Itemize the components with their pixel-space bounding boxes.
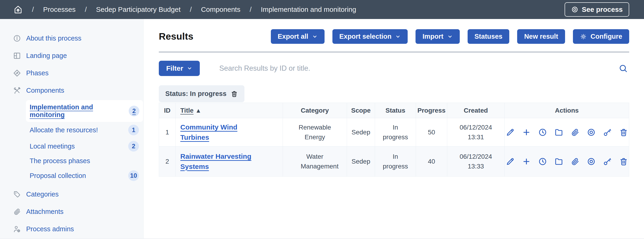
breadcrumb: / Processes / Sedep Participatory Budget… (14, 5, 356, 14)
home-icon (14, 5, 23, 14)
layout-icon (13, 52, 21, 60)
sidebar-item-phases[interactable]: Phases (0, 64, 143, 82)
header-status: Status (375, 103, 416, 118)
cell-category: Water Management (283, 146, 347, 177)
results-panel: Results Export all Export selection Impo… (144, 19, 644, 238)
filter-label: Filter (166, 64, 183, 72)
breadcrumb-item-components[interactable]: Components (201, 6, 240, 14)
new-result-button[interactable]: New result (517, 29, 565, 44)
chevron-down-icon (187, 66, 192, 71)
count-badge: 1 (128, 125, 139, 135)
preview-icon[interactable] (586, 157, 596, 166)
cell-status: In progress (375, 146, 416, 177)
header-progress: Progress (416, 103, 447, 118)
filter-button[interactable]: Filter (159, 61, 200, 76)
paperclip-icon (13, 208, 21, 216)
search-input[interactable] (219, 64, 617, 73)
result-title-link[interactable]: Community Wind Turbines (180, 122, 266, 142)
import-button[interactable]: Import (416, 29, 460, 44)
sidebar-item-attachments[interactable]: Attachments (0, 203, 143, 220)
sidebar-item-label: Attachments (26, 208, 64, 215)
status-filter-chip: Status: In progress (159, 85, 244, 102)
search-icon (618, 64, 628, 73)
configure-button[interactable]: Configure (573, 29, 629, 44)
search-submit-button[interactable] (617, 64, 629, 73)
sidebar-item-label: Process admins (26, 225, 74, 233)
page-title: Results (159, 31, 194, 42)
breadcrumb-separator: / (190, 6, 192, 14)
folder-icon[interactable] (554, 128, 564, 137)
add-icon[interactable] (522, 128, 531, 137)
result-title-link[interactable]: Rainwater Harvesting Systems (180, 151, 266, 171)
cell-category: Renewable Energy (283, 118, 347, 146)
sort-by-title-link[interactable]: Title (180, 107, 194, 114)
cell-status: In progress (375, 118, 416, 146)
breadcrumb-separator: / (32, 6, 34, 14)
sidebar-subitem-implementation-and-monitoring[interactable]: Implementation and monitoring 2 (26, 100, 143, 122)
sidebar-item-process-admins[interactable]: Process admins (0, 220, 143, 238)
breadcrumb-item-processes[interactable]: Processes (43, 6, 76, 14)
count-badge: 2 (128, 141, 139, 152)
edit-icon[interactable] (506, 128, 515, 137)
configure-label: Configure (590, 33, 622, 40)
table-row: 1 Community Wind Turbines Renewable Ener… (159, 118, 629, 146)
sidebar-subitem-label: Local meetings (30, 142, 75, 150)
sidebar-subitem-label: Implementation and monitoring (30, 103, 129, 119)
edit-icon[interactable] (506, 157, 515, 166)
sidebar-subitem-the-process-phases[interactable]: The process phases (30, 154, 142, 167)
permissions-key-icon[interactable] (603, 128, 612, 137)
home-link[interactable] (14, 5, 23, 14)
sidebar-subitem-allocate-the-resources[interactable]: Allocate the resources! 1 (30, 122, 142, 138)
sort-ascending-icon: ▲ (196, 107, 202, 114)
import-label: Import (422, 33, 443, 40)
folder-icon[interactable] (554, 157, 564, 166)
sidebar-item-components[interactable]: Components (0, 82, 143, 99)
attachments-paperclip-icon[interactable] (570, 157, 580, 166)
delete-trash-icon[interactable] (619, 157, 628, 166)
breadcrumb-separator: / (250, 6, 252, 14)
sidebar-subitem-proposal-collection[interactable]: Proposal collection 10 (30, 167, 142, 184)
active-filters-row: Status: In progress (159, 85, 629, 102)
header-id: ID (159, 103, 176, 118)
results-table: ID Title▲ Category Scope Status Progress… (159, 103, 629, 177)
results-toolbar: Export all Export selection Import Statu… (271, 29, 630, 44)
cell-id: 2 (159, 146, 176, 177)
statuses-button[interactable]: Statuses (468, 29, 510, 44)
remove-filter-trash-icon[interactable] (230, 90, 238, 98)
diamond-arrow-icon (13, 69, 21, 77)
breadcrumb-item-current[interactable]: Implementation and monitoring (261, 6, 356, 14)
statuses-label: Statuses (474, 33, 502, 40)
count-badge: 10 (128, 170, 139, 181)
sidebar-item-categories[interactable]: Categories (0, 186, 143, 203)
cell-created: 06/12/2024 13:31 (447, 118, 505, 146)
export-selection-button[interactable]: Export selection (332, 29, 408, 44)
sidebar-subitem-local-meetings[interactable]: Local meetings 2 (30, 138, 142, 154)
add-icon[interactable] (522, 157, 531, 166)
sidebar-item-label: Landing page (26, 52, 67, 60)
header-created: Created (447, 103, 505, 118)
sidebar-item-landing-page[interactable]: Landing page (0, 47, 143, 64)
breadcrumb-item-process[interactable]: Sedep Participatory Budget (96, 6, 180, 14)
header-scope: Scope (347, 103, 375, 118)
see-process-button[interactable]: See process (564, 2, 629, 17)
chevron-down-icon (447, 34, 453, 39)
top-breadcrumb-bar: / Processes / Sedep Participatory Budget… (0, 0, 644, 19)
cell-id: 1 (159, 118, 176, 146)
sidebar-item-label: About this process (26, 35, 82, 42)
timeline-clock-icon[interactable] (538, 128, 547, 137)
sidebar-subitem-label: The process phases (30, 157, 90, 165)
new-result-label: New result (524, 33, 558, 40)
sidebar-subitem-label: Proposal collection (30, 172, 86, 180)
sidebar-item-moderations[interactable]: Moderations (0, 238, 143, 239)
permissions-key-icon[interactable] (603, 157, 612, 166)
timeline-clock-icon[interactable] (538, 157, 547, 166)
export-all-button[interactable]: Export all (271, 29, 324, 44)
attachments-paperclip-icon[interactable] (570, 128, 580, 137)
process-sidebar: About this process Landing page Phases C… (0, 19, 144, 238)
sidebar-item-about[interactable]: About this process (0, 30, 143, 47)
tools-icon (13, 86, 21, 95)
preview-icon[interactable] (586, 128, 596, 137)
sidebar-item-label: Phases (26, 69, 48, 77)
delete-trash-icon[interactable] (619, 128, 628, 137)
cell-progress: 40 (416, 146, 447, 177)
